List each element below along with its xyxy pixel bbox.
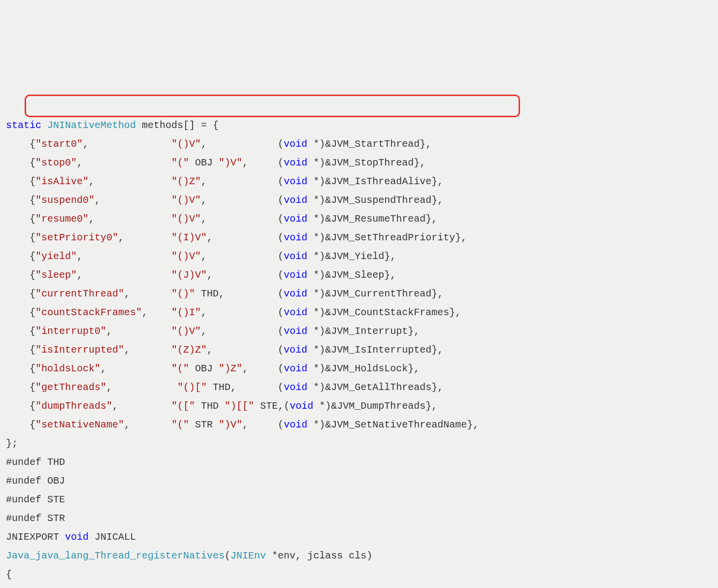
- undef-ste: #undef STE: [6, 490, 712, 509]
- open-brace: {: [6, 565, 712, 584]
- method-row: {"resume0", "()V", (void *)&JVM_ResumeTh…: [6, 210, 712, 229]
- fn-decl-line: Java_java_lang_Thread_registerNatives(JN…: [6, 547, 712, 565]
- highlight-box: [25, 95, 520, 117]
- undef-obj: #undef OBJ: [6, 472, 712, 490]
- method-row: {"isInterrupted", "(Z)Z", (void *)&JVM_I…: [6, 341, 712, 359]
- close-array: };: [6, 434, 712, 453]
- method-row: {"getThreads", "()[" THD, (void *)&JVM_G…: [6, 378, 712, 397]
- method-row: {"isAlive", "()Z", (void *)&JVM_IsThread…: [6, 172, 712, 191]
- method-row: {"countStackFrames", "()I", (void *)&JVM…: [6, 303, 712, 322]
- method-row: {"holdsLock", "(" OBJ ")Z", (void *)&JVM…: [6, 359, 712, 378]
- type-jninativemethod: JNINativeMethod: [47, 120, 136, 131]
- kw-static: static: [6, 120, 41, 131]
- method-row: {"yield", "()V", (void *)&JVM_Yield},: [6, 247, 712, 266]
- method-row: {"currentThread", "()" THD, (void *)&JVM…: [6, 285, 712, 303]
- undef-thd: #undef THD: [6, 453, 712, 472]
- method-row: {"suspend0", "()V", (void *)&JVM_Suspend…: [6, 191, 712, 210]
- method-row: {"dumpThreads", "([" THD ")[[" STE,(void…: [6, 397, 712, 416]
- method-row: {"start0", "()V", (void *)&JVM_StartThre…: [6, 135, 712, 154]
- decl-line: static JNINativeMethod methods[] = {: [6, 116, 712, 135]
- undef-str: #undef STR: [6, 509, 712, 528]
- ident-methods: methods[] = {: [136, 120, 219, 131]
- method-row: {"interrupt0", "()V", (void *)&JVM_Inter…: [6, 322, 712, 341]
- method-row: {"stop0", "(" OBJ ")V", (void *)&JVM_Sto…: [6, 154, 712, 172]
- method-row: {"setNativeName", "(" STR ")V", (void *)…: [6, 416, 712, 434]
- method-row: {"sleep", "(J)V", (void *)&JVM_Sleep},: [6, 266, 712, 285]
- code-block: static JNINativeMethod methods[] = { {"s…: [6, 79, 712, 588]
- body-line: (*env)->RegisterNatives(env, cls, method…: [6, 584, 712, 588]
- jniexport-line: JNIEXPORT void JNICALL: [6, 528, 712, 547]
- method-row: {"setPriority0", "(I)V", (void *)&JVM_Se…: [6, 229, 712, 247]
